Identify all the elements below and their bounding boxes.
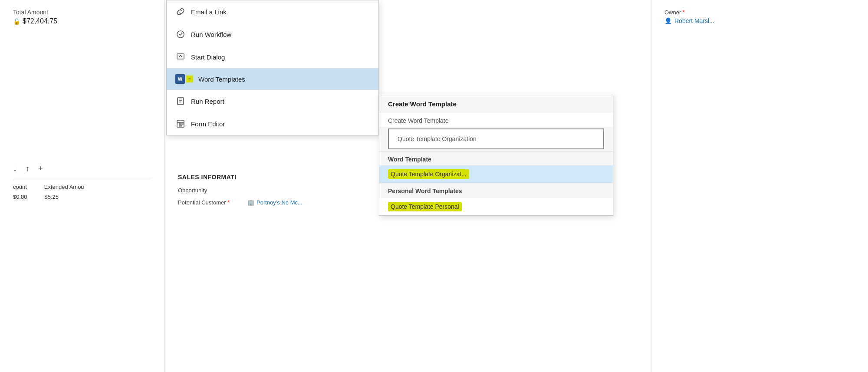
up-arrow-icon[interactable]: ↑	[26, 164, 30, 173]
submenu-personal-item[interactable]: Quote Template Personal	[379, 198, 613, 215]
left-panel: Total Amount 🔒 $72,404.75 ↓ ↑ + count Ex…	[0, 0, 165, 372]
personal-highlight-text: Quote Template Personal	[388, 202, 462, 211]
menu-item-run-workflow[interactable]: Run Workflow	[167, 23, 378, 46]
form-editor-label: Form Editor	[191, 120, 225, 128]
total-amount-number: $72,404.75	[23, 17, 57, 25]
col1-header: count	[13, 184, 27, 190]
word-w-icon: W	[175, 74, 185, 84]
submenu-item-boxed[interactable]: Quote Template Organization	[388, 128, 604, 149]
submenu-create-word-template[interactable]: Create Word Template	[379, 113, 613, 127]
submenu-word-templates: Create Word Template Create Word Templat…	[379, 94, 613, 216]
person-icon: 👤	[664, 17, 672, 24]
col2-header: Extended Amou	[44, 184, 84, 190]
col2-value: $5.25	[45, 194, 59, 200]
submenu-org-item-highlighted[interactable]: Quote Template Organizat...	[379, 165, 613, 183]
menu-item-form-editor[interactable]: Form Editor	[167, 112, 378, 135]
menu-item-email-link[interactable]: Email a Link	[167, 0, 378, 23]
table-controls: ↓ ↑ +	[13, 164, 151, 173]
start-dialog-label: Start Dialog	[191, 53, 225, 61]
potential-customer-label: Potential Customer *	[178, 199, 247, 206]
table-data-row: $0.00 $5.25	[13, 194, 151, 200]
menu-item-start-dialog[interactable]: Start Dialog	[167, 46, 378, 68]
required-star: *	[227, 199, 230, 206]
link-icon	[175, 7, 186, 17]
word-templates-icon: W ≡	[175, 74, 193, 84]
svg-rect-5	[180, 125, 182, 126]
word-templates-label: Word Templates	[198, 76, 245, 83]
col1-value: $0.00	[13, 194, 27, 200]
down-arrow-icon[interactable]: ↓	[13, 164, 17, 173]
svg-rect-4	[180, 123, 183, 125]
submenu-org-section-header: Word Template	[379, 151, 613, 165]
owner-required-star: *	[682, 9, 684, 16]
customer-icon: 🏢	[247, 199, 254, 206]
total-amount-value: 🔒 $72,404.75	[13, 17, 151, 25]
word-template-badge: ≡	[186, 76, 193, 82]
svg-rect-1	[177, 54, 184, 59]
svg-rect-2	[178, 98, 184, 105]
workflow-icon	[175, 29, 186, 40]
menu-item-word-templates[interactable]: W ≡ Word Templates	[167, 68, 378, 90]
menu-item-run-report[interactable]: Run Report	[167, 90, 378, 112]
run-report-label: Run Report	[191, 98, 224, 105]
email-link-label: Email a Link	[191, 8, 227, 16]
lock-icon: 🔒	[13, 18, 20, 25]
dropdown-menu: Email a Link Run Workflow Start Dialog W…	[166, 0, 379, 135]
add-icon[interactable]: +	[38, 164, 43, 173]
owner-label: Owner *	[664, 9, 855, 16]
form-editor-icon	[175, 119, 186, 129]
total-amount-label: Total Amount	[13, 9, 151, 16]
run-workflow-label: Run Workflow	[191, 31, 231, 38]
potential-customer-value: 🏢 Portnoy's No Mc...	[247, 199, 302, 206]
submenu-personal-section-header: Personal Word Templates	[379, 183, 613, 198]
right-panel: Owner * 👤 Robert Marsl...	[651, 0, 868, 372]
opportunity-label: Opportunity	[178, 187, 247, 194]
org-highlight-text: Quote Template Organizat...	[388, 169, 469, 179]
dialog-icon	[175, 52, 186, 62]
owner-value: 👤 Robert Marsl...	[664, 17, 855, 24]
submenu-header: Create Word Template	[379, 94, 613, 113]
table-header-row: count Extended Amou	[13, 180, 151, 190]
report-icon	[175, 96, 186, 106]
